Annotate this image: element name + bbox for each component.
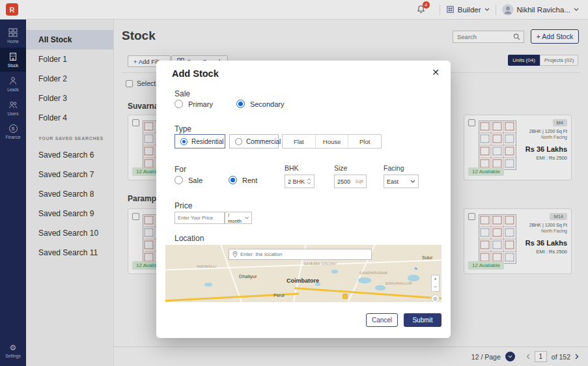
map-water [358, 277, 371, 283]
radio-label: Secondary [250, 100, 285, 108]
zoom-out-icon[interactable]: − [434, 285, 437, 290]
map-highway [294, 287, 441, 300]
sale-options: Primary Secondary [175, 100, 284, 108]
type-option-label: Residential [191, 138, 223, 145]
airport-icon: ✈ [414, 266, 418, 271]
bhk-value: 2 BHK [288, 178, 305, 185]
type-residential[interactable]: Residential [175, 134, 225, 148]
map-water [204, 283, 212, 287]
subtype-plot[interactable]: Plot [348, 135, 381, 148]
radio-primary[interactable]: Primary [175, 100, 213, 108]
radio-selected-icon [236, 100, 245, 108]
price-input[interactable] [178, 215, 221, 221]
bhk-stepper[interactable]: 2 BHK [285, 175, 315, 188]
map-locate-button[interactable]: ◎ [431, 294, 440, 302]
map-search-box [229, 249, 372, 260]
chevron-down-icon [245, 216, 249, 219]
map-water [408, 275, 419, 281]
map-area-label: SAIBABA COLONY [304, 262, 337, 266]
location-label: Location [175, 234, 204, 243]
map-area-label: SINGANALLUR [385, 281, 412, 285]
size-field: Sqft [334, 175, 367, 188]
map-water [331, 270, 338, 274]
facing-label: Facing [384, 164, 404, 172]
map-water [375, 285, 385, 290]
cancel-button[interactable]: Cancel [366, 313, 398, 327]
radio-label: Sale [188, 176, 203, 184]
subtype-flat[interactable]: Flat [283, 135, 316, 148]
location-pin-icon [232, 251, 238, 258]
for-options: Sale Rent [175, 176, 257, 184]
locate-icon: ◎ [433, 296, 438, 302]
app-screen: R 4 Builder Nikhil Ravicha... [0, 0, 588, 366]
size-unit-label: Sqft [356, 179, 363, 184]
map-label-sulur: Sulur [422, 255, 432, 260]
map-area-label: GANDHIPURAM [359, 271, 387, 275]
size-input[interactable] [337, 178, 354, 185]
radio-icon [175, 176, 183, 184]
type-label: Type [175, 124, 191, 134]
subtype-segmented-control: Flat House Plot [282, 134, 382, 148]
type-option-label: Commercial [246, 138, 281, 145]
location-input[interactable] [240, 251, 368, 257]
highway-shield-icon [343, 294, 348, 299]
chevron-down-icon [410, 180, 415, 183]
map-area-label: VADAVALLI [197, 264, 217, 268]
radio-sale[interactable]: Sale [175, 176, 203, 184]
bhk-label: BHK [285, 164, 299, 172]
size-label: Size [334, 164, 347, 172]
price-period-select[interactable]: / month [225, 212, 252, 224]
type-commercial[interactable]: Commercial [229, 134, 279, 148]
radio-rent[interactable]: Rent [229, 176, 257, 184]
map-label-perur: Perur [273, 293, 285, 298]
price-label: Price [175, 201, 192, 210]
map-label-dhaliyur: Dhaliyur [239, 274, 257, 279]
map-label-city: Coimbatore [287, 277, 319, 284]
radio-selected-icon [180, 138, 188, 145]
radio-selected-icon [229, 176, 237, 184]
add-stock-modal: Add Stock ✕ Sale Primary Secondary Type … [156, 61, 451, 338]
radio-secondary[interactable]: Secondary [236, 100, 285, 108]
facing-value: East [387, 178, 399, 185]
subtype-house[interactable]: House [316, 135, 349, 148]
for-label: For [175, 165, 186, 174]
map-zoom-control[interactable]: + − [431, 275, 440, 292]
sale-label: Sale [175, 89, 190, 98]
radio-icon [235, 138, 242, 145]
zoom-in-icon[interactable]: + [434, 277, 437, 282]
radio-icon [175, 100, 183, 108]
radio-label: Primary [188, 100, 213, 108]
radio-label: Rent [242, 176, 257, 184]
price-period-value: / month [228, 212, 243, 224]
submit-button[interactable]: Submit [404, 313, 441, 327]
facing-select[interactable]: East [384, 175, 419, 188]
price-field [175, 212, 225, 224]
modal-title: Add Stock [172, 68, 219, 79]
stepper-arrows-icon[interactable] [307, 178, 311, 185]
close-icon[interactable]: ✕ [432, 67, 440, 77]
location-map[interactable]: VADAVALLI SAIBABA COLONY GANDHIPURAM SIN… [165, 245, 441, 302]
